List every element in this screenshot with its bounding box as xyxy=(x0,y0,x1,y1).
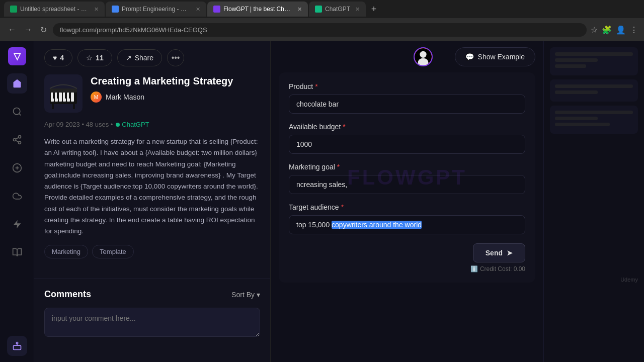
like-button[interactable]: ♥ 4 xyxy=(44,49,72,66)
goal-field-group: Marketing goal * xyxy=(289,163,525,194)
tab-prompt-engineering[interactable]: Prompt Engineering - Google ... ✕ xyxy=(106,2,206,17)
tab-label: Untitled spreadsheet - Goo... xyxy=(20,6,89,13)
url-text: flowgpt.com/prompt/hd5zNkMG06WHEda-CEGQS xyxy=(60,26,207,34)
svg-point-1 xyxy=(18,136,21,138)
audience-text-highlighted: copywriters around the world xyxy=(332,221,422,229)
sidebar-item-explore[interactable] xyxy=(7,102,27,122)
svg-rect-25 xyxy=(65,93,67,99)
udemy-watermark: Udemy xyxy=(550,275,638,284)
new-tab-btn[interactable]: + xyxy=(367,2,381,16)
product-input[interactable] xyxy=(289,95,525,114)
tag-template[interactable]: Template xyxy=(92,245,134,258)
docs-icon xyxy=(112,6,119,13)
tag-marketing[interactable]: Marketing xyxy=(44,245,88,258)
sidebar: ▽ xyxy=(0,41,34,362)
far-text xyxy=(555,64,586,68)
tab-close-btn[interactable]: ✕ xyxy=(355,6,360,13)
star-icon: ☆ xyxy=(86,54,93,62)
credit-cost: ℹ️ Credit Cost: 0.00 xyxy=(470,265,525,273)
send-label: Send xyxy=(486,249,503,257)
back-btn[interactable]: ← xyxy=(6,23,18,36)
audience-field-group: Target audience * top 15,000 copywriters… xyxy=(289,203,525,234)
chevron-down-icon: ▾ xyxy=(257,291,260,299)
action-bar: ♥ 4 ☆ 11 ↗ Share ••• xyxy=(34,41,270,74)
spreadsheet-icon xyxy=(10,6,17,13)
show-example-button[interactable]: 💬 Show Example xyxy=(455,47,535,66)
user-avatar-corner xyxy=(414,47,433,66)
right-top-bar: 💬 Show Example xyxy=(271,41,543,72)
budget-input[interactable] xyxy=(289,135,525,154)
sidebar-item-create[interactable] xyxy=(7,158,27,178)
far-text xyxy=(555,52,633,56)
meta-date-uses: Apr 09 2023 • 48 uses • xyxy=(44,121,113,128)
flowgpt-tab-icon xyxy=(213,6,220,13)
prompt-description: Write out a marketing strategy for a new… xyxy=(44,136,260,237)
far-text xyxy=(555,90,598,94)
svg-point-30 xyxy=(420,51,426,58)
reload-btn[interactable]: ↻ xyxy=(38,23,49,37)
required-indicator: * xyxy=(343,123,345,131)
bookmark-icon[interactable]: ☆ xyxy=(591,25,598,35)
address-bar: ← → ↻ flowgpt.com/prompt/hd5zNkMG06WHEda… xyxy=(0,18,644,41)
sidebar-item-bolt[interactable] xyxy=(7,214,27,234)
far-right-panel: Udemy xyxy=(543,41,644,362)
comments-header: Comments Sort By ▾ xyxy=(44,289,260,300)
tab-spreadsheet[interactable]: Untitled spreadsheet - Goo... ✕ xyxy=(4,2,105,17)
svg-rect-23 xyxy=(53,93,55,99)
sidebar-item-bot[interactable] xyxy=(7,336,27,356)
svg-marker-9 xyxy=(13,220,21,229)
product-field-group: Product * xyxy=(289,82,525,114)
chat-icon: 💬 xyxy=(465,53,474,61)
svg-line-4 xyxy=(16,140,19,142)
forward-btn[interactable]: → xyxy=(22,23,34,36)
share-icon: ↗ xyxy=(126,54,132,62)
audience-input[interactable]: top 15,000 copywriters around the world xyxy=(289,215,525,234)
more-options-button[interactable]: ••• xyxy=(167,49,184,66)
svg-rect-19 xyxy=(59,93,62,102)
tab-flowgpt[interactable]: FlowGPT | the best ChatGPT p... ✕ xyxy=(207,2,308,17)
send-button[interactable]: Send ➤ xyxy=(473,243,525,262)
far-text xyxy=(555,58,598,62)
sort-by-button[interactable]: Sort By ▾ xyxy=(231,291,260,299)
tab-close-btn[interactable]: ✕ xyxy=(94,6,99,13)
tab-close-btn[interactable]: ✕ xyxy=(196,6,200,13)
far-text xyxy=(555,117,598,120)
author-name[interactable]: Mark Mason xyxy=(106,93,144,101)
goal-label: Marketing goal * xyxy=(289,163,525,171)
svg-rect-26 xyxy=(69,93,71,99)
svg-rect-27 xyxy=(52,104,54,109)
url-input[interactable]: flowgpt.com/prompt/hd5zNkMG06WHEda-CEGQS xyxy=(53,23,587,37)
audience-label: Target audience * xyxy=(289,203,525,211)
like-count: 4 xyxy=(60,54,64,62)
profile-icon[interactable]: 👤 xyxy=(616,25,626,35)
sidebar-item-share[interactable] xyxy=(7,130,27,150)
star-button[interactable]: ☆ 11 xyxy=(77,49,112,66)
comments-title: Comments xyxy=(44,289,91,300)
prompt-info: Creating a Marketing Strategy M Mark Mas… xyxy=(91,74,233,113)
prompt-meta: Apr 09 2023 • 48 uses • ChatGPT xyxy=(44,121,260,128)
far-card-1 xyxy=(550,47,638,75)
required-indicator: * xyxy=(315,82,317,90)
far-text xyxy=(555,84,633,88)
menu-icon[interactable]: ⋮ xyxy=(630,25,638,35)
budget-label: Available budget * xyxy=(289,123,525,131)
logo[interactable]: ▽ xyxy=(8,47,26,65)
prompt-header: Creating a Marketing Strategy M Mark Mas… xyxy=(44,74,260,113)
sidebar-item-learn[interactable] xyxy=(7,242,27,262)
product-label: Product * xyxy=(289,82,525,90)
goal-input[interactable] xyxy=(289,175,525,194)
tab-chatgpt[interactable]: ChatGPT ✕ xyxy=(309,2,366,17)
send-arrow-icon: ➤ xyxy=(507,249,513,257)
model-label: ChatGPT xyxy=(122,121,149,128)
tab-bar: Untitled spreadsheet - Goo... ✕ Prompt E… xyxy=(0,0,644,18)
extension-icon[interactable]: 🧩 xyxy=(602,25,612,35)
sidebar-item-home[interactable] xyxy=(7,73,27,94)
tab-close-btn[interactable]: ✕ xyxy=(297,6,302,13)
browser-toolbar: ☆ 🧩 👤 ⋮ xyxy=(591,25,638,35)
tab-label: Prompt Engineering - Google ... xyxy=(122,6,191,13)
share-button[interactable]: ↗ Share xyxy=(117,49,162,66)
comment-input[interactable] xyxy=(44,308,260,337)
credit-cost-text: Credit Cost: 0.00 xyxy=(480,265,525,273)
tab-label: ChatGPT xyxy=(325,6,350,13)
sidebar-item-cloud[interactable] xyxy=(7,186,27,206)
